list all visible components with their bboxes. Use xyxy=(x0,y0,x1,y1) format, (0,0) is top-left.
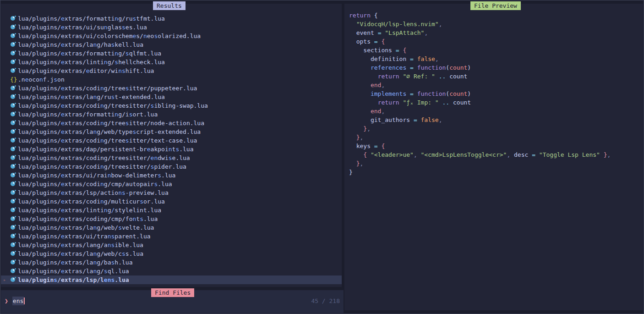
result-path: lua/plugins/extras/formatting/rustfmt.lu… xyxy=(18,14,165,23)
result-path: lua/plugins/extras/lang/rust-extended.lu… xyxy=(18,93,165,101)
code-line: opts = { xyxy=(349,37,643,46)
result-item[interactable]: lua/plugins/extras/coding/treesitter/end… xyxy=(1,154,342,162)
json-file-icon: {} xyxy=(10,75,18,84)
preview-code: return { "VidocqH/lsp-lens.nvim", event … xyxy=(344,4,643,176)
code-line: sections = { xyxy=(349,46,643,55)
result-item[interactable]: lua/plugins/extras/coding/treesitter/spi… xyxy=(1,162,342,171)
result-path: lua/plugins/extras/ui/colorschemes/neoso… xyxy=(18,32,201,40)
lua-file-icon xyxy=(10,66,18,75)
lua-file-icon xyxy=(10,32,18,40)
result-path: lua/plugins/extras/coding/multicursor.lu… xyxy=(18,197,165,206)
result-item[interactable]: lua/plugins/extras/linting/stylelint.lua xyxy=(1,206,342,215)
result-path: lua/plugins/extras/linting/stylelint.lua xyxy=(18,206,161,215)
text-cursor-icon xyxy=(24,297,25,304)
result-path: lua/plugins/extras/coding/treesitter/nod… xyxy=(18,119,204,127)
file-preview-title: File Preview xyxy=(470,1,521,10)
result-item[interactable]: lua/plugins/extras/formatting/isort.lua xyxy=(1,110,342,119)
result-item[interactable]: lua/plugins/extras/coding/cmp/autopairs.… xyxy=(1,180,342,188)
result-path: lua/plugins/extras/formatting/sqlfmt.lua xyxy=(18,49,161,58)
result-path: lua/plugins/extras/coding/cmp/autopairs.… xyxy=(18,180,172,188)
result-path: lua/plugins/extras/lsp/lens.lua xyxy=(18,275,129,284)
code-line: event = "LspAttach", xyxy=(349,28,643,37)
result-item[interactable]: lua/plugins/extras/coding/treesitter/nod… xyxy=(1,119,342,127)
result-path: lua/plugins/extras/lang/web/svelte.lua xyxy=(18,223,154,232)
result-path: lua/plugins/extras/formatting/isort.lua xyxy=(18,110,158,119)
code-line: return "∅ Ref: " .. count xyxy=(349,72,643,81)
result-item[interactable]: lua/plugins/extras/coding/treesitter/tex… xyxy=(1,136,342,145)
result-item[interactable]: lua/plugins/extras/ui/sunglasses.lua xyxy=(1,23,342,32)
lua-file-icon xyxy=(10,136,18,145)
result-path: lua/plugins/extras/linting/shellcheck.lu… xyxy=(18,58,165,66)
result-path: lua/plugins/extras/coding/treesitter/end… xyxy=(18,154,190,162)
code-line: git_authors = false, xyxy=(349,116,643,124)
lua-file-icon xyxy=(10,154,18,162)
result-item[interactable]: lua/plugins/extras/formatting/rustfmt.lu… xyxy=(1,14,342,23)
code-line: end, xyxy=(349,107,643,116)
result-item[interactable]: lua/plugins/extras/lang/haskell.lua xyxy=(1,40,342,49)
lua-file-icon xyxy=(10,188,18,197)
result-item[interactable]: lua/plugins/extras/ui/colorschemes/neoso… xyxy=(1,32,342,40)
code-line: return { xyxy=(349,11,643,20)
code-line: }, xyxy=(349,133,643,142)
code-line: }, xyxy=(349,159,643,168)
result-path: lua/plugins/extras/lang/web/css.lua xyxy=(18,249,143,258)
result-path: lua/plugins/extras/lsp/actions-preview.l… xyxy=(18,188,169,197)
code-line: references = function(count) xyxy=(349,63,643,72)
result-item[interactable]: lua/plugins/extras/formatting/sqlfmt.lua xyxy=(1,49,342,58)
result-counter: 45 / 218 xyxy=(311,297,340,306)
lua-file-icon xyxy=(10,249,18,258)
code-line: definition = false, xyxy=(349,55,643,63)
prompt-input[interactable]: ens xyxy=(12,297,24,305)
result-item[interactable]: lua/plugins/extras/lang/bash.lua xyxy=(1,258,342,267)
result-item[interactable]: lua/plugins/extras/ui/rainbow-delimeters… xyxy=(1,171,342,180)
result-path: lua/plugins/extras/ui/rainbow-delimeters… xyxy=(18,171,175,180)
result-item[interactable]: lua/plugins/extras/lsp/actions-preview.l… xyxy=(1,188,342,197)
result-path: .neoconf.json xyxy=(18,75,65,84)
result-item[interactable]: lua/plugins/extras/ui/transparent.lua xyxy=(1,232,342,241)
lua-file-icon xyxy=(10,206,18,215)
result-item[interactable]: lua/plugins/extras/lang/web/svelte.lua xyxy=(1,223,342,232)
lua-file-icon xyxy=(10,241,18,249)
lua-file-icon xyxy=(10,101,18,110)
lua-file-icon xyxy=(10,84,18,93)
result-item[interactable]: lua/plugins/extras/lang/rust-extended.lu… xyxy=(1,93,342,101)
result-item[interactable]: lua/plugins/extras/lang/ansible.lua xyxy=(1,241,342,249)
lua-file-icon xyxy=(10,267,18,275)
result-item[interactable]: lua/plugins/extras/lang/web/css.lua xyxy=(1,249,342,258)
code-line: "VidocqH/lsp-lens.nvim", xyxy=(349,20,643,28)
result-path: lua/plugins/extras/lang/bash.lua xyxy=(18,258,132,267)
results-panel: lua/plugins/extras/formatting/rustfmt.lu… xyxy=(1,4,342,287)
code-line: end, xyxy=(349,81,643,89)
result-path: lua/plugins/extras/coding/treesitter/pup… xyxy=(18,84,197,93)
result-path: lua/plugins/extras/coding/treesitter/tex… xyxy=(18,136,197,145)
result-path: lua/plugins/extras/coding/treesitter/spi… xyxy=(18,162,186,171)
result-path: lua/plugins/extras/ui/transparent.lua xyxy=(18,232,151,241)
lua-file-icon xyxy=(10,49,18,58)
result-item[interactable]: lua/plugins/extras/editor/winshift.lua xyxy=(1,66,342,75)
find-files-title: Find Files xyxy=(151,288,194,297)
code-line: keys = { xyxy=(349,142,643,150)
result-item[interactable]: lua/plugins/extras/lang/sql.lua xyxy=(1,267,342,275)
lua-file-icon xyxy=(10,215,18,223)
code-line: } xyxy=(349,168,643,176)
result-item[interactable]: lua/plugins/extras/coding/treesitter/sib… xyxy=(1,101,342,110)
result-item[interactable]: lua/plugins/extras/coding/cmp/fonts.lua xyxy=(1,215,342,223)
result-item[interactable]: lua/plugins/extras/coding/multicursor.lu… xyxy=(1,197,342,206)
result-path: lua/plugins/extras/editor/winshift.lua xyxy=(18,66,154,75)
result-path: lua/plugins/extras/dap/persistent-breakp… xyxy=(18,145,194,154)
result-item[interactable]: lua/plugins/extras/coding/treesitter/pup… xyxy=(1,84,342,93)
lua-file-icon xyxy=(10,93,18,101)
result-item[interactable]: ▸lua/plugins/extras/lsp/lens.lua xyxy=(1,275,342,284)
result-item[interactable]: lua/plugins/extras/lang/web/typescript-e… xyxy=(1,127,342,136)
result-item[interactable]: lua/plugins/extras/linting/shellcheck.lu… xyxy=(1,58,342,66)
lua-file-icon xyxy=(10,162,18,171)
lua-file-icon xyxy=(10,232,18,241)
lua-file-icon xyxy=(10,23,18,32)
code-line: { "<leader>ue", "<cmd>LspLensToggle<cr>"… xyxy=(349,150,643,159)
result-path: lua/plugins/extras/lang/sql.lua xyxy=(18,267,129,275)
file-preview-panel: return { "VidocqH/lsp-lens.nvim", event … xyxy=(344,4,643,310)
selection-caret-icon: ▸ xyxy=(3,275,10,284)
lua-file-icon xyxy=(10,275,18,284)
result-item[interactable]: {}.neoconf.json xyxy=(1,75,342,84)
result-item[interactable]: lua/plugins/extras/dap/persistent-breakp… xyxy=(1,145,342,154)
